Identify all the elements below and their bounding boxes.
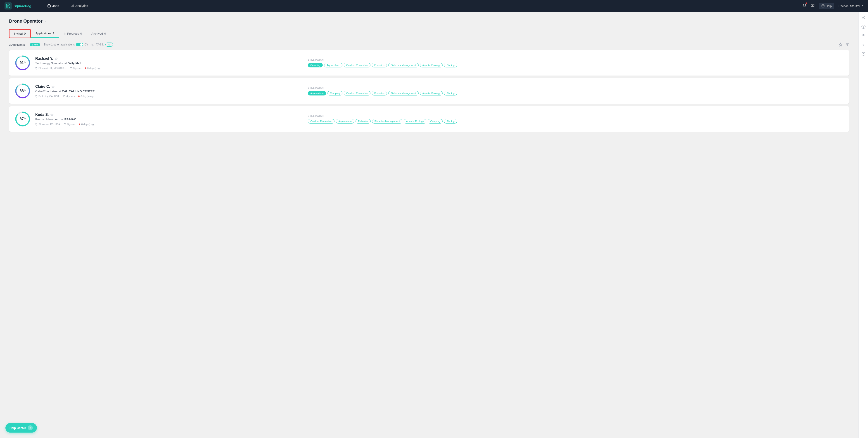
page-header: Drone Operator (9, 19, 849, 24)
skill-tags: Outdoor RecreationAquacultureFisheriesFi… (308, 119, 844, 123)
skill-tag: Aquaculture (324, 63, 342, 67)
score-circle: 87% (14, 111, 31, 127)
star-filter-icon[interactable] (839, 42, 843, 47)
help-button[interactable]: Help (819, 3, 835, 9)
skill-tag: Camping (308, 63, 323, 67)
tag-all-btn[interactable]: All (105, 42, 113, 47)
other-apps-toggle[interactable] (76, 43, 83, 47)
star-icon[interactable]: ☆ (50, 113, 53, 117)
skill-tag: Aquatic Ecology (404, 119, 427, 123)
score-value: 88% (20, 89, 26, 93)
skill-tag: Fishing (444, 91, 457, 95)
skill-tag: Fisheries Management (388, 91, 418, 95)
user-menu[interactable]: Rachael Stauffer (838, 4, 864, 8)
candidate-role: Caller/Fundraiser at CAL CALLING CENTER (35, 90, 303, 93)
svg-point-9 (863, 35, 864, 36)
candidate-name: Claire C. ☆ (35, 85, 303, 89)
skill-tag: Aquatic Ecology (420, 91, 443, 95)
star-icon[interactable]: ☆ (51, 85, 55, 89)
skill-tag: Camping (328, 91, 342, 95)
tab-in-progress[interactable]: In-Progress 0 (59, 29, 87, 38)
help-label: Help (826, 4, 832, 8)
tags-label: TAGS: (96, 43, 104, 46)
skill-tag: Aquaculture (336, 119, 354, 123)
help-center-label: Help Center (9, 426, 26, 430)
svg-point-20 (36, 123, 37, 124)
nav-analytics[interactable]: Analytics (68, 3, 90, 9)
logo-text: SquarePeg (13, 4, 31, 8)
score-value: 87% (20, 117, 26, 121)
page-title: Drone Operator (9, 19, 42, 24)
skill-tag: Fisheries Management (388, 63, 418, 67)
svg-rect-5 (811, 4, 814, 6)
tab-in-progress-label: In-Progress (64, 32, 79, 35)
candidate-meta: Berkeley, CA, USA 4 years 0 day(s) ago (35, 95, 303, 97)
candidate-role: Technology Specialist at Daily Mail (35, 62, 303, 65)
new-badge: 0 New (30, 43, 40, 47)
location: Pleasant Hill, MO 6408... (35, 67, 66, 69)
broadcast-icon[interactable] (861, 33, 866, 38)
show-other-label: Show 1 other applications (44, 43, 74, 46)
experience: 4 years (63, 95, 74, 97)
title-dropdown[interactable] (44, 20, 48, 23)
collapse-icon[interactable] (861, 16, 866, 20)
svg-rect-3 (72, 5, 72, 7)
tab-in-progress-count: 0 (80, 32, 82, 35)
tab-invited-count: 0 (24, 32, 26, 35)
skill-tag: Fisheries (372, 63, 387, 67)
notification-badge (806, 2, 807, 4)
list-filter-icon[interactable] (845, 42, 849, 47)
skill-tag: Fisheries (355, 119, 371, 123)
tab-invited[interactable]: Invited 0 (9, 29, 31, 38)
logo[interactable]: SquarePeg (4, 2, 31, 9)
nav-jobs[interactable]: Jobs (45, 3, 61, 9)
tab-applications-count: 3 (53, 32, 54, 35)
tags-section: 🏷 TAGS: All (91, 42, 113, 47)
svg-rect-2 (71, 6, 71, 7)
tag-pin-icon: 🏷 (91, 43, 95, 47)
star-icon[interactable]: ☆ (55, 57, 58, 61)
tab-archived[interactable]: Archived 0 (87, 29, 111, 38)
tab-applications[interactable]: Applications 3 (31, 29, 59, 38)
mail-btn[interactable] (811, 3, 815, 8)
skill-tag: Fishing (444, 63, 457, 67)
filter-bar: 3 Applicants 0 New Show 1 other applicat… (9, 42, 849, 47)
nav-jobs-label: Jobs (52, 4, 59, 8)
svg-point-14 (36, 67, 37, 68)
candidate-card[interactable]: 88% Claire C. ☆ Caller/Fundraiser at CAL… (9, 78, 849, 104)
candidate-info: Claire C. ☆ Caller/Fundraiser at CAL CAL… (35, 85, 303, 97)
skill-match-label: SKILL MATCH (308, 115, 844, 117)
skill-tag: Fishing (444, 119, 457, 123)
skill-tag: Outdoor Recreation (308, 119, 335, 123)
active-dot (85, 67, 86, 69)
svg-rect-4 (73, 4, 73, 7)
nav-right: Help Rachael Stauffer (802, 3, 864, 9)
skill-tag: Fisheries (372, 91, 387, 95)
candidate-info: Koda S. ☆ Product Manager II at RE/MAX S… (35, 113, 303, 125)
days-ago: 0 day(s) ago (85, 67, 101, 69)
navigation: SquarePeg Jobs Analytics Help Rachael St… (0, 0, 868, 12)
main-content: Drone Operator Invited 0 Applications 3 … (0, 12, 859, 141)
info-sidebar-icon[interactable] (861, 24, 866, 29)
notification-btn[interactable] (802, 3, 806, 8)
candidate-info: Rachael Y. ☆ Technology Specialist at Da… (35, 57, 303, 69)
skill-section: SKILL MATCH CampingAquacultureOutdoor Re… (308, 59, 844, 67)
skill-tag: Outdoor Recreation (344, 63, 370, 67)
active-dot (78, 95, 80, 97)
toggle-info-icon[interactable] (85, 43, 88, 46)
svg-rect-1 (48, 5, 51, 7)
candidate-role: Product Manager II at RE/MAX (35, 118, 303, 121)
days-ago: 0 day(s) ago (78, 95, 94, 97)
skill-match-label: SKILL MATCH (308, 87, 844, 89)
toggle-knob (80, 43, 83, 46)
skill-tag: Aquatic Ecology (420, 63, 443, 67)
tab-archived-label: Archived (91, 32, 103, 35)
help-center-btn[interactable]: Help Center ? (5, 423, 37, 433)
candidate-card[interactable]: 91% Rachael Y. ☆ Technology Specialist a… (9, 50, 849, 76)
tab-applications-label: Applications (35, 32, 51, 35)
skill-tag: Fisheries Management (372, 119, 402, 123)
candidate-card[interactable]: 87% Koda S. ☆ Product Manager II at RE/M… (9, 106, 849, 132)
score-value: 91% (20, 61, 26, 65)
filter-sidebar-icon[interactable] (861, 42, 866, 47)
history-icon[interactable] (861, 52, 866, 56)
